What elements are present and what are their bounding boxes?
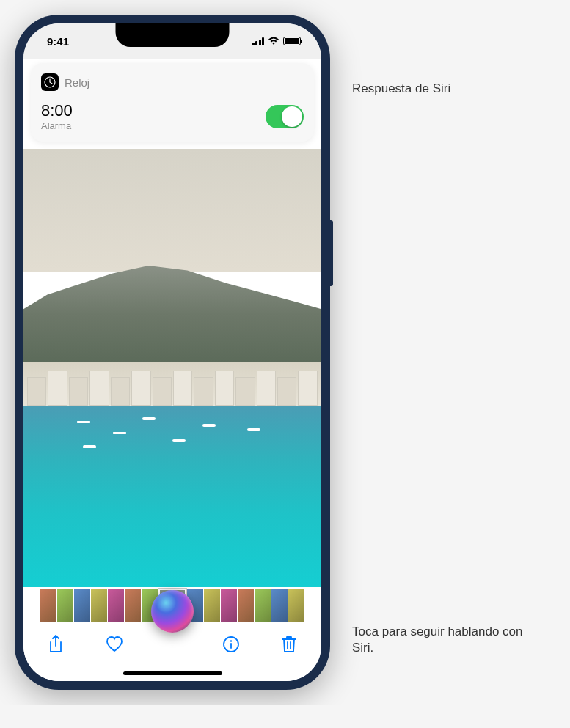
favorite-button[interactable] [103,633,126,656]
alarm-toggle[interactable] [266,105,304,128]
iphone-frame: 9:41 [15,15,330,690]
clock-app-icon [41,73,59,91]
svg-point-2 [230,640,231,641]
battery-icon [283,37,301,46]
callout-line [310,90,352,90]
siri-card-header: Reloj [41,73,304,91]
app-name-label: Reloj [65,76,89,89]
alarm-time: 8:00 [41,101,73,120]
delete-button[interactable] [277,633,301,656]
siri-response-card[interactable]: Reloj 8:00 Alarma [31,63,314,142]
thumbnail-item[interactable] [40,589,56,622]
cellular-signal-icon [252,37,265,46]
alarm-row: 8:00 Alarma [41,101,304,131]
notch [116,23,230,47]
share-button[interactable] [44,633,67,656]
thumbnail-item[interactable] [271,589,288,622]
thumbnail-item[interactable] [108,589,124,622]
callout-siri-response: Respuesta de Siri [352,81,499,97]
status-icons [252,37,302,46]
callout-siri-tap: Toca para seguir hablando con Siri. [352,624,543,656]
thumbnail-item[interactable] [74,589,90,622]
home-indicator[interactable] [123,671,222,675]
home-indicator-area [23,665,321,681]
wifi-icon [268,37,279,46]
callout-line [194,633,352,633]
alarm-label: Alarma [41,120,73,131]
side-button [330,220,333,286]
thumbnail-item[interactable] [57,589,73,622]
thumbnail-item[interactable] [255,589,271,622]
screen: 9:41 [23,23,321,681]
thumbnail-item[interactable] [238,589,254,622]
main-photo[interactable] [23,149,321,587]
thumbnail-item[interactable] [221,589,237,622]
status-time: 9:41 [47,35,69,48]
siri-orb-button[interactable] [151,590,194,633]
thumbnail-item[interactable] [288,589,304,622]
info-button[interactable] [219,633,243,656]
thumbnail-item[interactable] [125,589,141,622]
thumbnail-item[interactable] [91,589,107,622]
thumbnail-item[interactable] [204,589,220,622]
